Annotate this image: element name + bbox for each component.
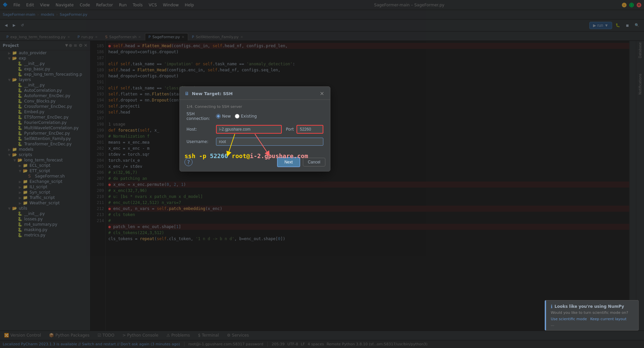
toast-body: Would you like to turn scientific mode o… [551,310,634,315]
help-button[interactable]: ? [184,158,193,166]
radio-existing-label: Existing [241,114,257,119]
modal-step-label: 1/4. Connecting to SSH server [186,105,323,109]
toast-ellipsis: ... [551,323,634,327]
host-input[interactable] [216,125,282,134]
help-icon: ? [187,159,190,165]
host-label: Host: [186,127,213,132]
username-label: Username: [186,139,213,144]
keep-current-layout-link[interactable]: Keep current layout [590,317,627,321]
modal-overlay: 🖥 New Target: SSH ✕ 1/4. Connecting to S… [0,0,644,348]
radio-group: New Existing [216,114,257,119]
port-input[interactable] [297,125,323,134]
username-input[interactable] [216,138,323,146]
toast-links: Use scientific mode Keep current layout [551,317,634,321]
cancel-button[interactable]: Cancel [303,158,325,166]
modal-footer: ? Next Cancel [180,154,330,171]
toast-title: Looks like you're using NumPy [554,304,624,309]
toast-header: ℹ Looks like you're using NumPy [551,304,634,309]
radio-existing-input[interactable] [235,114,239,119]
radio-new-input[interactable] [216,114,221,119]
ssh-icon: 🖥 [184,91,189,96]
next-button[interactable]: Next [277,157,300,167]
modal-close-button[interactable]: ✕ [319,90,325,97]
radio-existing-option[interactable]: Existing [235,114,257,119]
ssh-dialog: 🖥 New Target: SSH ✕ 1/4. Connecting to S… [179,86,330,171]
notification-toast: ℹ Looks like you're using NumPy Would yo… [545,300,639,331]
ssh-connection-row: SSH connection: New Existing [186,112,323,121]
radio-new-option[interactable]: New [216,114,231,119]
info-icon: ℹ [551,304,552,309]
modal-body: 1/4. Connecting to SSH server SSH connec… [180,100,330,154]
host-port-row: Host: Port [186,125,323,134]
radio-new-label: New [222,114,231,119]
modal-titlebar: 🖥 New Target: SSH ✕ [180,87,330,100]
ssh-connection-label: SSH connection: [186,112,213,121]
modal-form: SSH connection: New Existing Host: [186,112,323,146]
modal-title: New Target: SSH [192,91,319,96]
username-row: Username: [186,138,323,146]
use-scientific-mode-link[interactable]: Use scientific mode [551,317,587,321]
port-label: Port [286,127,294,132]
